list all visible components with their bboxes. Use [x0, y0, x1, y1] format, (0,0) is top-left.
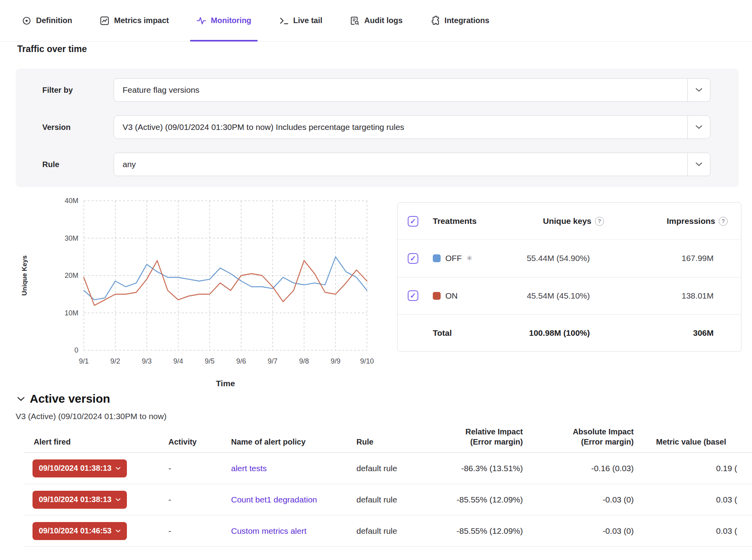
- filter-by-value: Feature flag versions: [114, 85, 687, 95]
- absolute-impact-header: Absolute Impact(Error margin): [527, 427, 634, 447]
- version-value: V3 (Active) (09/01/2024 01:30PM to now) …: [114, 122, 687, 132]
- alert-activity: -: [168, 464, 231, 473]
- svg-text:9/5: 9/5: [205, 357, 215, 365]
- alert-fired-badge[interactable]: 09/10/2024 01:38:13: [33, 491, 127, 509]
- help-icon[interactable]: ?: [719, 217, 728, 226]
- active-version-subtitle: V3 (Active) (09/10/2024 01:30PM to now): [16, 412, 166, 421]
- alert-fired-time: 09/10/2024 01:46:53: [39, 526, 112, 535]
- filter-row-version: Version V3 (Active) (09/01/2024 01:30PM …: [42, 115, 710, 139]
- svg-text:Time: Time: [216, 379, 235, 388]
- filter-by-select[interactable]: Feature flag versions: [114, 78, 710, 102]
- select-all-checkbox[interactable]: ✓: [408, 216, 418, 227]
- alert-absolute-impact: -0.03 (0): [527, 526, 634, 536]
- version-label: Version: [42, 123, 114, 132]
- alert-row: 09/10/2024 01:38:13 - alert tests defaul…: [24, 453, 752, 484]
- tab-label: Metrics impact: [114, 16, 169, 25]
- svg-text:9/2: 9/2: [110, 357, 120, 365]
- page-title: Traffic over time: [17, 44, 87, 54]
- tab-definition[interactable]: Definition: [22, 0, 72, 41]
- chevron-down-icon: [116, 467, 121, 470]
- alert-absolute-impact: -0.16 (0.03): [527, 464, 634, 473]
- alert-fired-badge[interactable]: 09/10/2024 01:46:53: [33, 522, 127, 540]
- alert-rule: default rule: [356, 495, 435, 504]
- activity-header: Activity: [168, 437, 231, 447]
- svg-text:0: 0: [74, 346, 78, 354]
- rule-header: Rule: [356, 437, 435, 447]
- alert-fired-badge[interactable]: 09/10/2024 01:38:13: [33, 459, 127, 477]
- treatment-name: OFF: [445, 254, 462, 263]
- live-tail-terminal-icon: [279, 16, 289, 26]
- on-checkbox[interactable]: ✓: [408, 290, 418, 301]
- chevron-down-icon: [687, 79, 710, 101]
- svg-text:10M: 10M: [65, 309, 78, 317]
- svg-text:9/7: 9/7: [268, 357, 277, 365]
- svg-text:9/6: 9/6: [236, 357, 246, 365]
- traffic-chart-svg: 9/19/29/39/49/59/69/79/89/99/10010M20M30…: [16, 196, 400, 403]
- tab-bar: Definition Metrics impact Monitoring Liv…: [0, 0, 752, 41]
- chevron-down-icon: [687, 153, 710, 176]
- filter-by-label: Filter by: [42, 86, 114, 95]
- active-version-toggle[interactable]: Active version: [17, 392, 110, 405]
- alerts-header-row: Alert fired Activity Name of alert polic…: [24, 427, 752, 453]
- monitoring-pulse-icon: [196, 16, 206, 26]
- alert-relative-impact: -85.55% (12.09%): [435, 495, 527, 504]
- on-unique-keys: 45.54M (45.10%): [527, 291, 590, 301]
- rule-select[interactable]: any: [114, 153, 710, 176]
- alert-relative-impact: -86.3% (13.51%): [435, 464, 527, 473]
- tab-audit-logs[interactable]: Audit logs: [350, 0, 403, 41]
- on-color-swatch: [433, 292, 441, 300]
- tab-metrics-impact[interactable]: Metrics impact: [99, 0, 169, 41]
- tab-integrations[interactable]: Integrations: [430, 0, 489, 41]
- policy-header: Name of alert policy: [231, 437, 356, 447]
- off-impressions: 167.99M: [682, 254, 714, 263]
- relative-impact-header: Relative Impact(Error margin): [435, 427, 527, 447]
- tab-label: Definition: [36, 16, 72, 25]
- on-impressions: 138.01M: [682, 291, 714, 301]
- alert-policy-link[interactable]: Count bet1 degradation: [231, 495, 317, 504]
- definition-icon: [22, 16, 32, 26]
- svg-text:9/8: 9/8: [299, 357, 309, 365]
- svg-text:9/9: 9/9: [331, 357, 340, 365]
- impressions-header: Impressions: [667, 216, 715, 226]
- version-select[interactable]: V3 (Active) (09/01/2024 01:30PM to now) …: [114, 115, 710, 139]
- alert-rule: default rule: [356, 526, 435, 536]
- alert-absolute-impact: -0.03 (0): [527, 495, 634, 504]
- check-icon: ✓: [410, 255, 416, 262]
- chevron-down-icon: [687, 116, 710, 139]
- off-color-swatch: [433, 254, 441, 262]
- alert-metric-value: 0.19 (: [634, 464, 752, 473]
- svg-text:40M: 40M: [65, 197, 78, 205]
- alert-rule: default rule: [356, 464, 435, 473]
- off-checkbox[interactable]: ✓: [408, 253, 418, 264]
- svg-text:Unique Keys: Unique Keys: [21, 256, 28, 296]
- alert-policy-link[interactable]: Custom metrics alert: [231, 526, 307, 535]
- rule-value: any: [114, 160, 687, 169]
- treatment-name: ON: [445, 291, 458, 301]
- treatments-header-row: ✓ Treatments Unique keys? Impressions?: [398, 203, 741, 239]
- tab-label: Monitoring: [211, 16, 251, 25]
- svg-text:9/4: 9/4: [173, 357, 183, 365]
- svg-text:9/1: 9/1: [79, 357, 89, 365]
- alert-metric-value: 0.03 (: [634, 495, 752, 504]
- off-unique-keys: 55.44M (54.90%): [527, 254, 590, 263]
- total-impressions: 306M: [693, 328, 714, 338]
- treatments-header: Treatments: [433, 216, 486, 226]
- tab-label: Live tail: [293, 16, 322, 25]
- treatment-row-off: ✓ OFF ✳ 55.44M (54.90%) 167.99M: [398, 239, 741, 277]
- svg-text:30M: 30M: [65, 234, 78, 242]
- alert-activity: -: [168, 495, 231, 504]
- audit-logs-icon: [350, 16, 360, 26]
- total-label: Total: [433, 328, 486, 338]
- chevron-down-icon: [116, 498, 121, 501]
- alert-policy-link[interactable]: alert tests: [231, 464, 267, 473]
- tab-live-tail[interactable]: Live tail: [279, 0, 322, 41]
- tab-monitoring[interactable]: Monitoring: [196, 0, 251, 41]
- chevron-down-icon: [116, 529, 121, 533]
- frozen-icon: ✳: [466, 254, 472, 263]
- integrations-puzzle-icon: [430, 16, 440, 26]
- metrics-impact-icon: [99, 16, 110, 26]
- total-unique-keys: 100.98M (100%): [529, 328, 590, 338]
- alert-activity: -: [168, 526, 231, 536]
- alert-metric-value: 0.03 (: [634, 526, 752, 536]
- help-icon[interactable]: ?: [595, 217, 604, 226]
